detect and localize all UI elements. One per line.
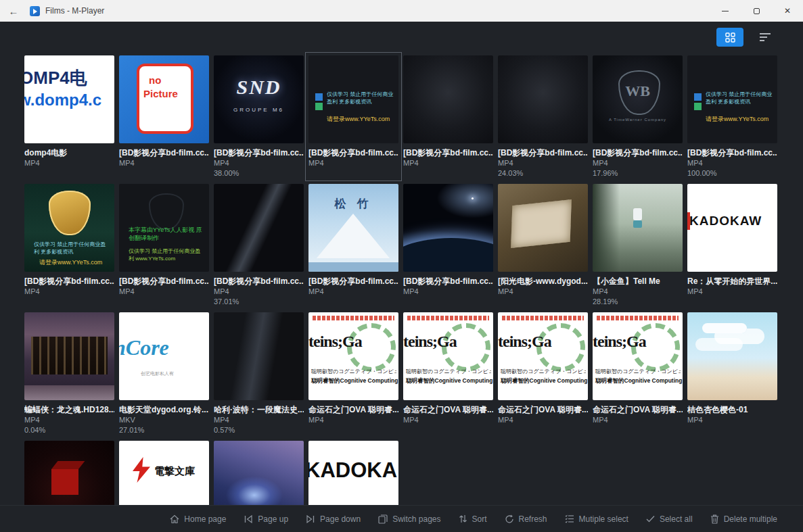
thumb-text: no: [149, 74, 161, 86]
page-up-label: Page up: [258, 514, 288, 524]
video-title: 命运石之门OVA 聪明睿...: [308, 404, 398, 415]
video-format: MP4: [687, 158, 777, 168]
video-format: MP4: [24, 158, 114, 168]
video-thumbnail: [498, 184, 588, 272]
video-item[interactable]: 桔色杏色樱色-01 MP4: [687, 312, 777, 435]
video-title: [BD影视分享bd-film.cc...: [498, 147, 588, 158]
video-thumbnail: [687, 312, 777, 400]
video-item-focused[interactable]: 仅供学习 禁止用于任何商业盈利 更多影视资讯 请登录www.YYeTs.com …: [308, 55, 398, 178]
page-down-button[interactable]: Page down: [306, 514, 361, 524]
thumb-text: w.domp4.c: [24, 91, 101, 110]
video-item[interactable]: [BD影视分享bd-film.cc... MP4 24.03%: [498, 55, 588, 178]
maximize-button[interactable]: [741, 0, 772, 22]
video-progress: 100.00%: [687, 168, 777, 178]
video-title: 【小金鱼】Tell Me: [593, 276, 683, 287]
video-item[interactable]: OMP4电 w.domp4.c domp4电影 MP4: [24, 55, 114, 178]
video-title: 命运石之门OVA 聪明睿...: [593, 404, 683, 415]
video-item[interactable]: no Picture [BD影视分享bd-film.cc... MP4: [119, 55, 209, 178]
video-item[interactable]: 本字幕由YYeTs人人影视 原创翻译制作 仅供学习 禁止用于任何商业盈利 www…: [119, 184, 209, 307]
video-thumbnail: KADOKAW: [687, 184, 777, 272]
thumb-text: 创艺电影私人有: [141, 370, 174, 377]
video-title: [BD影视分享bd-film.cc...: [687, 147, 777, 158]
thumb-text: 仅供学习 禁止用于任何商业盈利 www.YYeTs.com: [129, 247, 203, 262]
video-format: MP4: [687, 287, 777, 297]
multiple-select-button[interactable]: Mutiple select: [565, 514, 628, 524]
video-title: [BD影视分享bd-film.cc...: [403, 147, 493, 158]
video-progress: 27.01%: [119, 425, 209, 435]
page-up-button[interactable]: Page up: [244, 514, 288, 524]
video-item[interactable]: 哈利·波特：一段魔法史... MP4 0.57%: [214, 312, 304, 435]
video-title: [BD影视分享bd-film.cc...: [593, 147, 683, 158]
video-item[interactable]: teins;Ga 聡明叡智のコグニティブ・コンピューティン 聪明睿智的Cogni…: [308, 312, 398, 435]
video-format: MP4: [308, 415, 398, 425]
thumb-text: 聪明睿智的Cognitive Computing: [406, 377, 492, 385]
video-thumbnail: teins;Ga 聡明叡智のコグニティブ・コンピューティン 聪明睿智的Cogni…: [308, 312, 398, 400]
video-format: MP4: [308, 158, 398, 168]
sort-menu-button[interactable]: [756, 28, 775, 47]
video-title: [BD影视分享bd-film.cc...: [119, 147, 209, 158]
video-item[interactable]: 蝙蝠侠：龙之魂.HD128... MP4 0.04%: [24, 312, 114, 435]
thumb-text: 仅供学习 禁止用于任何商业盈利 更多影视资讯: [706, 91, 773, 105]
video-format: MP4: [403, 415, 493, 425]
video-format: MP4: [593, 287, 683, 297]
video-grid: OMP4电 w.domp4.c domp4电影 MP4 no Picture […: [0, 47, 803, 529]
video-item[interactable]: KADOKAW Re：从零开始的异世界... MP4: [687, 184, 777, 307]
thumb-text: KADOKA: [308, 458, 397, 483]
thumb-text: 仅供学习 禁止用于任何商业盈利 更多影视资讯: [34, 241, 107, 256]
video-item[interactable]: teins;Ga 聡明叡智のコグニティブ・コンピューティン 聪明睿智的Cogni…: [498, 312, 588, 435]
video-item[interactable]: WB A TimeWarner Company [BD影视分享bd-film.c…: [593, 55, 683, 178]
video-item[interactable]: 松 竹 [BD影视分享bd-film.cc... MP4: [308, 184, 398, 307]
home-page-label: Home page: [184, 514, 226, 524]
video-thumbnail: [403, 55, 493, 143]
video-title: [阳光电影-www.dygod...: [498, 276, 588, 287]
thumb-text: 聡明叡智のコグニティブ・コンピューティン: [311, 368, 396, 375]
select-all-label: Select all: [660, 514, 693, 524]
switch-pages-icon: [378, 514, 388, 524]
video-title: 蝙蝠侠：龙之魂.HD128...: [24, 404, 114, 415]
back-button[interactable]: ←: [0, 0, 27, 22]
page-down-label: Page down: [320, 514, 361, 524]
video-progress: 0.04%: [24, 425, 114, 435]
video-format: MP4: [498, 415, 588, 425]
video-item[interactable]: [BD影视分享bd-film.cc... MP4 37.01%: [214, 184, 304, 307]
delete-multiple-button[interactable]: Delete multiple: [710, 514, 777, 524]
switch-pages-button[interactable]: Switch pages: [378, 514, 440, 524]
multiple-select-icon: [565, 514, 574, 523]
video-progress: 0.57%: [214, 425, 304, 435]
close-button[interactable]: ✕: [772, 0, 803, 22]
video-title: [BD影视分享bd-film.cc...: [214, 147, 304, 158]
video-item[interactable]: [阳光电影-www.dygod... MP4: [498, 184, 588, 307]
video-item[interactable]: 【小金鱼】Tell Me MP4 28.19%: [593, 184, 683, 307]
video-item[interactable]: [BD影视分享bd-film.cc... MP4: [403, 55, 493, 178]
page-up-icon: [244, 515, 253, 523]
video-item[interactable]: nCore 创艺电影私人有 电影天堂dygod.org.铃... MKV 27.…: [119, 312, 209, 435]
maximize-icon: [754, 8, 760, 14]
video-thumbnail: [214, 312, 304, 400]
thumb-text: 请登录www.YYeTs.com: [39, 258, 102, 267]
video-format: MP4: [24, 415, 114, 425]
minimize-button[interactable]: [710, 0, 741, 22]
video-item[interactable]: teins;Ga 聡明叡智のコグニティブ・コンピューティン 聪明睿智的Cogni…: [593, 312, 683, 435]
home-icon: [170, 514, 179, 524]
video-item[interactable]: 仅供学习 禁止用于任何商业盈利 更多影视资讯 请登录www.YYeTs.com …: [687, 55, 777, 178]
video-item[interactable]: SND GROUPE M6 [BD影视分享bd-film.cc... MP4 3…: [214, 55, 304, 178]
sort-button[interactable]: Sort: [459, 514, 487, 524]
thumb-text: SND: [214, 76, 304, 99]
video-format: MP4: [119, 287, 209, 297]
delete-icon: [710, 514, 719, 524]
thumb-text: nCore: [119, 335, 169, 360]
grid-view-button[interactable]: [716, 28, 743, 47]
thumb-text: A TimeWarner Company: [593, 118, 683, 122]
video-format: MP4: [593, 415, 683, 425]
thumb-text: teins;Ga: [498, 333, 551, 351]
video-item[interactable]: teins;Ga 聡明叡智のコグニティブ・コンピューティン 聪明睿智的Cogni…: [403, 312, 493, 435]
video-title: [BD影视分享bd-film.cc...: [308, 276, 398, 287]
video-item[interactable]: 仅供学习 禁止用于任何商业盈利 更多影视资讯 请登录www.YYeTs.com …: [24, 184, 114, 307]
thumb-text: 聪明睿智的Cognitive Computing: [311, 377, 398, 385]
window-title: Films - M-Player: [45, 6, 104, 16]
video-item[interactable]: [BD影视分享bd-film.cc... MP4: [403, 184, 493, 307]
refresh-icon: [505, 514, 514, 524]
home-page-button[interactable]: Home page: [170, 514, 226, 524]
select-all-button[interactable]: Select all: [646, 514, 693, 524]
refresh-button[interactable]: Refresh: [505, 514, 547, 524]
